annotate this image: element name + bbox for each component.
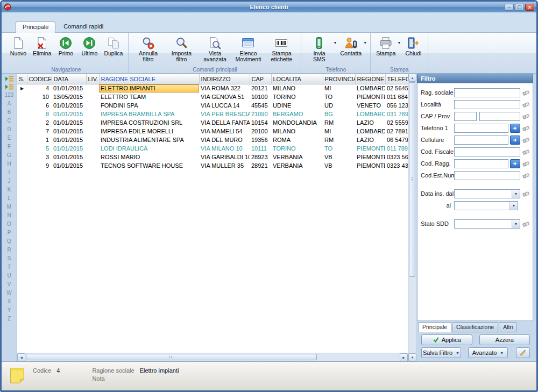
cell-liv[interactable] — [86, 144, 99, 153]
chevron-down-icon[interactable]: ▼ — [334, 41, 337, 45]
table-row[interactable]: ▶401/01/2015ELETTRO IMPIANTIVIA ROMA 322… — [17, 84, 408, 92]
cell-liv[interactable] — [86, 161, 99, 170]
alphabet-e[interactable]: E — [2, 134, 17, 142]
cell-provincia[interactable]: MI — [323, 84, 355, 92]
elenco-movimenti-button[interactable]: Elenco Movimenti — [231, 34, 265, 63]
cell-cap[interactable]: 10100 — [250, 92, 271, 101]
filter-tab-classificazione[interactable]: Classificazione — [452, 322, 498, 332]
cell-telefono[interactable]: 02 5559 — [385, 118, 408, 127]
cell-localita[interactable]: VERBANIA — [271, 161, 323, 170]
alphabet-s[interactable]: S — [2, 254, 17, 263]
vertical-scroll-thumb[interactable] — [409, 82, 415, 277]
vertical-scroll-track[interactable] — [408, 82, 416, 353]
cell-telefono[interactable]: 02 5645 — [385, 84, 408, 92]
alphabet-f[interactable]: F — [2, 142, 17, 151]
cell-cap[interactable]: 19356 — [250, 136, 271, 144]
column-header-regione[interactable]: REGIONE — [355, 74, 385, 84]
alphabet-h[interactable]: H — [2, 160, 17, 168]
cell-liv[interactable] — [86, 92, 99, 101]
cell-liv[interactable] — [86, 101, 99, 110]
cell-data[interactable]: 01/01/2015 — [52, 101, 86, 110]
cell-localita[interactable]: VERBANIA — [271, 153, 323, 161]
table-row[interactable]: 701/01/2015IMPRESA EDILE MORELLIVIA MAME… — [17, 127, 408, 136]
cell-cap[interactable]: 10111 — [250, 144, 271, 153]
tab-comandi-rapidi[interactable]: Comandi rapidi — [56, 21, 110, 32]
cell-provincia[interactable]: BG — [323, 110, 355, 118]
alphabet-j[interactable]: J — [2, 177, 17, 186]
alphabet-p[interactable]: P — [2, 229, 17, 237]
cell-s[interactable] — [17, 92, 27, 101]
filter-telefono-1-input[interactable] — [454, 124, 508, 133]
filter-cod-ragg-input[interactable] — [454, 159, 508, 168]
cell-s[interactable] — [17, 136, 27, 144]
table-row[interactable]: 801/01/2015IMPRESA BRAMBILLA SPAVIA PER … — [17, 110, 408, 118]
cell-regione[interactable]: PIEMONTE — [355, 92, 385, 101]
cell-s[interactable] — [17, 161, 27, 170]
cell-provincia[interactable]: UD — [323, 101, 355, 110]
alphabet-v[interactable]: V — [2, 280, 17, 289]
vista-avanzata-button[interactable]: Vista avanzata — [198, 34, 231, 63]
tab-principale[interactable]: Principale — [16, 22, 55, 33]
cell-ragione[interactable]: LODI IDRAULICA — [99, 144, 199, 153]
alphabet-w[interactable]: W — [2, 289, 17, 297]
cell-liv[interactable] — [86, 118, 99, 127]
vertical-scrollbar[interactable]: ▲ ▼ — [408, 74, 416, 361]
filter-cap-prov-cap-input[interactable] — [454, 112, 477, 121]
cell-telefono[interactable]: 031 789 — [385, 110, 408, 118]
filter-tab-principale[interactable]: Principale — [418, 322, 451, 332]
duplica-button[interactable]: Duplica — [101, 34, 125, 58]
cell-provincia[interactable]: VB — [323, 161, 355, 170]
cell-indirizzo[interactable]: VIA LUCCA 14 — [199, 101, 250, 110]
cell-provincia[interactable]: MI — [323, 127, 355, 136]
table-row[interactable]: 901/01/2015TECNOS SOFTWARE HOUSEVIA MULL… — [17, 161, 408, 170]
filter-cellulare-clear-button[interactable] — [522, 137, 530, 144]
scroll-right-button[interactable]: ▶ — [400, 353, 408, 361]
cell-ragione[interactable]: IMPRESA EDILE MORELLI — [99, 127, 199, 136]
cell-provincia[interactable]: TO — [323, 92, 355, 101]
applica-button[interactable]: Applica — [421, 334, 472, 345]
cell-codice[interactable]: 3 — [27, 153, 52, 161]
cell-data[interactable]: 01/01/2015 — [52, 110, 86, 118]
filter-cod-ragg-clear-button[interactable] — [522, 160, 530, 167]
table-row[interactable]: 301/01/2015ROSSI MARIOVIA GARIBALDI 10(2… — [17, 153, 408, 161]
alphabet-b[interactable]: B — [2, 108, 17, 117]
column-header-provincia[interactable]: PROVINCIA — [323, 74, 355, 84]
column-header-localita[interactable]: LOCALITA — [271, 74, 323, 84]
cell-indirizzo[interactable]: VIA MILANO 10 — [199, 144, 250, 153]
cell-indirizzo[interactable]: VIA DEL MURO — [199, 136, 250, 144]
cell-codice[interactable]: 6 — [27, 101, 52, 110]
cell-provincia[interactable]: TO — [323, 144, 355, 153]
imposta-filtro-button[interactable]: Imposta filtro — [165, 34, 198, 63]
contatta-button[interactable]: Contatta▼ — [337, 34, 367, 58]
cell-codice[interactable]: 7 — [27, 127, 52, 136]
cell-localita[interactable]: UDINE — [271, 101, 323, 110]
cell-indirizzo[interactable]: VIA DELLA FANTAS — [199, 118, 250, 127]
cell-localita[interactable]: MILANO — [271, 127, 323, 136]
alphabet-d[interactable]: D — [2, 125, 17, 134]
filter-data-ins-dal-select[interactable]: ▼ — [454, 189, 520, 198]
cell-telefono[interactable]: 011 789 — [385, 144, 408, 153]
cell-codice[interactable]: 4 — [27, 84, 52, 92]
table-row[interactable]: 1013/05/2015ELETTRO TEAMVIA GENOVA 51101… — [17, 92, 408, 101]
chiudi-button[interactable]: Chiudi — [401, 34, 425, 58]
cell-cap[interactable]: 21090 — [250, 110, 271, 118]
cell-s[interactable] — [17, 153, 27, 161]
cell-indirizzo[interactable]: VIA MULLER 35 — [199, 161, 250, 170]
cell-provincia[interactable]: RM — [323, 136, 355, 144]
column-header-telefo[interactable]: TELEFO — [385, 74, 408, 84]
filter-stato-sdd-clear-button[interactable] — [522, 220, 530, 227]
scroll-down-button[interactable]: ▼ — [408, 353, 416, 361]
alphabet-q[interactable]: Q — [2, 237, 17, 246]
alphabet-r[interactable]: R — [2, 246, 17, 254]
cell-cap[interactable]: 20100 — [250, 127, 271, 136]
cell-regione[interactable]: LAZIO — [355, 118, 385, 127]
letter-filter-add-icon[interactable] — [5, 75, 14, 83]
cell-data[interactable]: 01/01/2015 — [52, 136, 86, 144]
cell-localita[interactable]: TORINO — [271, 92, 323, 101]
stampa-etichette-button[interactable]: Stampa etichette — [265, 34, 298, 63]
chevron-down-icon[interactable]: ▼ — [512, 190, 520, 198]
filter-cod-est-num-input[interactable] — [454, 171, 520, 180]
filter-tab-altri[interactable]: Altri — [499, 322, 517, 332]
cell-s[interactable]: ▶ — [17, 84, 27, 92]
alphabet-n[interactable]: N — [2, 211, 17, 220]
